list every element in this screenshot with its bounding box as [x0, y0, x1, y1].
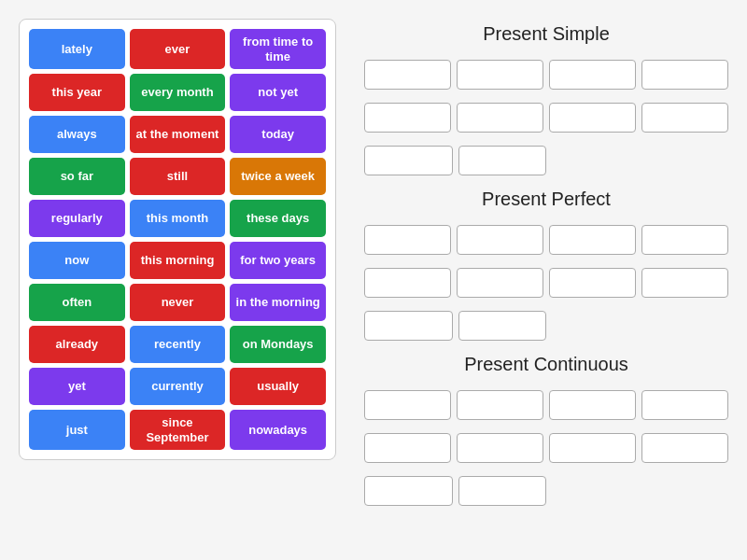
drop-box[interactable]: [641, 225, 728, 255]
word-tile[interactable]: just: [29, 410, 125, 450]
word-tile[interactable]: every month: [130, 74, 226, 111]
word-tile[interactable]: already: [29, 326, 125, 363]
drop-grid: [364, 390, 728, 420]
drop-box[interactable]: [457, 390, 543, 420]
drop-box[interactable]: [364, 390, 451, 420]
drop-box[interactable]: [364, 476, 453, 506]
word-tile[interactable]: currently: [130, 368, 226, 405]
word-tile[interactable]: lately: [29, 29, 125, 69]
drop-box[interactable]: [364, 146, 453, 175]
drop-grid: [364, 60, 728, 90]
word-tile[interactable]: at the moment: [130, 116, 226, 153]
drop-box[interactable]: [641, 268, 728, 298]
word-tile[interactable]: twice a week: [230, 158, 326, 195]
word-panel: latelyeverfrom time to timethis yearever…: [19, 19, 336, 460]
drop-box[interactable]: [364, 60, 451, 90]
word-tile[interactable]: never: [130, 284, 226, 321]
drop-box[interactable]: [549, 433, 636, 463]
word-tile[interactable]: now: [29, 242, 125, 279]
drop-box[interactable]: [641, 60, 728, 90]
section-title: Present Simple: [364, 23, 728, 45]
drop-box[interactable]: [458, 146, 547, 175]
drop-grid: [364, 103, 728, 133]
word-tile[interactable]: often: [29, 284, 125, 321]
drop-box[interactable]: [549, 225, 636, 255]
word-tile[interactable]: in the morning: [230, 284, 326, 321]
right-panel: Present SimplePresent PerfectPresent Con…: [364, 19, 728, 510]
word-tile[interactable]: since September: [130, 410, 226, 450]
word-tile[interactable]: these days: [230, 200, 326, 237]
word-tile[interactable]: not yet: [230, 74, 326, 111]
word-tile[interactable]: yet: [29, 368, 125, 405]
drop-box[interactable]: [549, 390, 636, 420]
drop-box[interactable]: [364, 103, 451, 133]
word-tile[interactable]: always: [29, 116, 125, 153]
drop-box[interactable]: [457, 268, 543, 298]
drop-box[interactable]: [641, 390, 728, 420]
word-tile[interactable]: for two years: [230, 242, 326, 279]
drop-grid: [364, 433, 728, 463]
word-tile[interactable]: from time to time: [230, 29, 326, 69]
drop-grid-partial: [364, 311, 546, 341]
drop-box[interactable]: [549, 268, 636, 298]
word-tile[interactable]: ever: [130, 29, 226, 69]
drop-box[interactable]: [549, 60, 636, 90]
word-tile[interactable]: this year: [29, 74, 125, 111]
drop-box[interactable]: [457, 60, 543, 90]
section-title: Present Continuous: [364, 354, 728, 375]
drop-box[interactable]: [641, 433, 728, 463]
drop-box[interactable]: [364, 311, 453, 341]
section-title: Present Perfect: [364, 189, 728, 210]
drop-box[interactable]: [364, 433, 451, 463]
drop-grid-partial: [364, 146, 546, 175]
drop-box[interactable]: [458, 476, 547, 506]
word-tile[interactable]: recently: [130, 326, 226, 363]
word-tile[interactable]: this morning: [130, 242, 226, 279]
word-tile[interactable]: today: [230, 116, 326, 153]
drop-box[interactable]: [457, 225, 543, 255]
drop-grid-partial: [364, 476, 546, 506]
word-tile[interactable]: nowadays: [230, 410, 326, 450]
drop-box[interactable]: [364, 225, 451, 255]
drop-box[interactable]: [457, 433, 543, 463]
drop-box[interactable]: [458, 311, 547, 341]
drop-box[interactable]: [549, 103, 636, 133]
word-tile[interactable]: still: [130, 158, 226, 195]
word-tile[interactable]: so far: [29, 158, 125, 195]
drop-box[interactable]: [364, 268, 451, 298]
word-tile[interactable]: this month: [130, 200, 226, 237]
drop-grid: [364, 225, 728, 255]
drop-box[interactable]: [641, 103, 728, 133]
word-tile[interactable]: regularly: [29, 200, 125, 237]
drop-grid: [364, 268, 728, 298]
drop-box[interactable]: [457, 103, 543, 133]
word-tile[interactable]: on Mondays: [230, 326, 326, 363]
word-tile[interactable]: usually: [230, 368, 326, 405]
